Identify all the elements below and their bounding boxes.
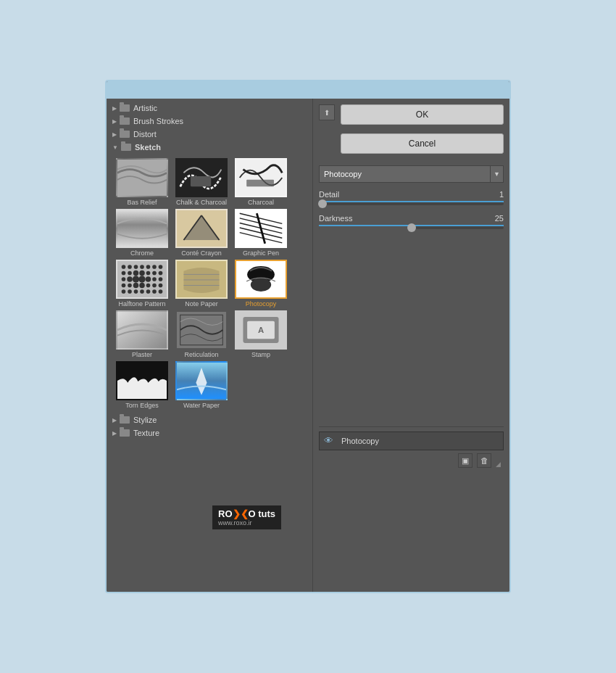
folder-icon	[120, 117, 130, 125]
svg-point-28	[122, 277, 126, 281]
thumb-charcoal-img	[235, 158, 287, 197]
darkness-slider-track[interactable]	[319, 226, 504, 229]
ok-button[interactable]: OK	[341, 104, 504, 125]
svg-point-44	[134, 289, 138, 294]
svg-point-29	[127, 276, 133, 282]
thumb-chalk-img	[175, 158, 228, 197]
thumb-stamp[interactable]: A Stamp	[233, 310, 289, 358]
thumb-reticulation-label: Reticulation	[184, 351, 218, 358]
thumb-note-paper[interactable]: Note Paper	[173, 260, 230, 307]
sketch-thumbnails-grid: Bas Relief Chalk & Charcoal	[107, 154, 312, 413]
svg-point-22	[128, 271, 132, 276]
darkness-label-row: Darkness 25	[319, 214, 504, 223]
darkness-slider-thumb[interactable]	[407, 223, 416, 232]
svg-point-40	[152, 284, 157, 288]
thumb-note-paper-img	[175, 260, 228, 299]
folder-stylize-label: Stylize	[133, 416, 157, 424]
svg-point-41	[159, 284, 163, 288]
layer-row: 👁 Photocopy	[319, 432, 504, 450]
svg-point-55	[251, 278, 271, 292]
svg-point-42	[122, 289, 126, 294]
thumb-charcoal-label: Charcoal	[248, 199, 274, 206]
svg-point-38	[139, 283, 145, 289]
folder-sketch[interactable]: ▼ Sketch	[107, 141, 312, 154]
thumb-water-paper[interactable]: Water Paper	[173, 361, 230, 409]
thumb-charcoal[interactable]: Charcoal	[233, 158, 289, 206]
eye-icon[interactable]: 👁	[324, 435, 336, 447]
thumb-plaster[interactable]: Plaster	[114, 310, 170, 358]
dropdown-arrow-icon: ▼	[491, 165, 504, 183]
layer-name: Photocopy	[341, 437, 379, 445]
thumb-chalk-label: Chalk & Charcoal	[176, 199, 227, 206]
svg-point-45	[140, 289, 144, 294]
svg-rect-2	[191, 176, 211, 186]
thumb-bas-relief-label: Bas Relief	[127, 199, 157, 206]
thumb-conte-label: Conté Crayon	[181, 249, 222, 257]
thumb-chrome[interactable]: Chrome	[114, 209, 170, 257]
bottom-section: 👁 Photocopy ▣ 🗑 ◢	[319, 426, 504, 469]
svg-point-27	[159, 271, 163, 276]
thumb-halftone-label: Halftone Pattern	[118, 300, 165, 307]
dialog-body: ▶ Artistic ▶ Brush Strokes ▶ Distort	[107, 99, 509, 592]
thumb-reticulation[interactable]: Reticulation	[173, 310, 230, 358]
folder-icon	[120, 416, 130, 424]
svg-point-39	[146, 284, 151, 288]
folder-brush-strokes[interactable]: ▶ Brush Strokes	[107, 115, 312, 128]
arrow-down-icon: ▼	[112, 144, 118, 151]
thumb-water-paper-img	[175, 361, 228, 400]
collapse-button[interactable]: ⬆	[319, 104, 335, 120]
thumb-reticulation-img	[175, 310, 228, 350]
svg-point-25	[146, 271, 151, 276]
thumb-bas-relief-img	[116, 158, 168, 197]
filter-dropdown[interactable]: Photocopy	[319, 165, 491, 183]
thumb-photocopy[interactable]: Photocopy	[233, 260, 289, 307]
resize-handle-icon: ◢	[496, 461, 501, 468]
folder-distort[interactable]: ▶ Distort	[107, 128, 312, 141]
watermark-url: www.roxo.ir	[218, 519, 275, 527]
folder-icon	[120, 104, 130, 112]
thumb-plaster-img	[116, 310, 168, 350]
darkness-slider-fill	[319, 226, 412, 229]
svg-point-17	[140, 265, 144, 269]
watermark: RO❯❮O tuts www.roxo.ir	[212, 505, 281, 529]
watermark-o: O	[249, 508, 256, 519]
cancel-button[interactable]: Cancel	[341, 133, 504, 154]
detail-value: 1	[499, 190, 504, 199]
svg-point-24	[139, 271, 145, 276]
folder-icon	[121, 144, 131, 151]
thumb-halftone-pattern[interactable]: Halftone Pattern	[114, 260, 170, 307]
svg-point-21	[122, 271, 126, 276]
svg-rect-0	[117, 160, 167, 197]
delete-layer-button[interactable]: 🗑	[477, 453, 491, 468]
detail-slider-row: Detail 1	[319, 190, 504, 207]
thumb-graphic-pen[interactable]: Graphic Pen	[233, 209, 289, 257]
detail-slider-thumb[interactable]	[318, 199, 327, 208]
thumb-bas-relief[interactable]: Bas Relief	[114, 158, 170, 206]
darkness-value: 25	[495, 214, 504, 223]
watermark-brand: RO❯❮O tuts	[218, 508, 275, 519]
folder-artistic[interactable]: ▶ Artistic	[107, 102, 312, 115]
arrow-right-icon: ▶	[112, 105, 117, 112]
svg-point-34	[159, 277, 163, 281]
thumb-graphic-pen-label: Graphic Pen	[243, 249, 279, 257]
folder-texture[interactable]: ▶ Texture	[107, 426, 312, 439]
svg-point-18	[146, 265, 151, 269]
new-layer-button[interactable]: ▣	[458, 453, 473, 468]
folder-sketch-label: Sketch	[135, 143, 161, 152]
thumb-chrome-label: Chrome	[130, 249, 154, 257]
svg-point-31	[138, 276, 145, 282]
folder-stylize[interactable]: ▶ Stylize	[107, 413, 312, 426]
svg-point-23	[133, 271, 139, 276]
folder-distort-label: Distort	[133, 130, 157, 139]
thumb-torn-edges[interactable]: Torn Edges	[114, 361, 170, 409]
detail-label: Detail	[319, 190, 339, 199]
thumb-conte-crayon[interactable]: Conté Crayon	[173, 209, 230, 257]
thumb-chalk-charcoal[interactable]: Chalk & Charcoal	[173, 158, 230, 206]
detail-slider-track[interactable]	[319, 202, 504, 205]
svg-point-15	[128, 265, 132, 269]
thumb-note-paper-label: Note Paper	[185, 300, 218, 307]
thumb-torn-edges-label: Torn Edges	[125, 402, 159, 409]
detail-label-row: Detail 1	[319, 190, 504, 199]
folder-artistic-label: Artistic	[133, 104, 157, 112]
watermark-ro: RO	[218, 508, 233, 519]
